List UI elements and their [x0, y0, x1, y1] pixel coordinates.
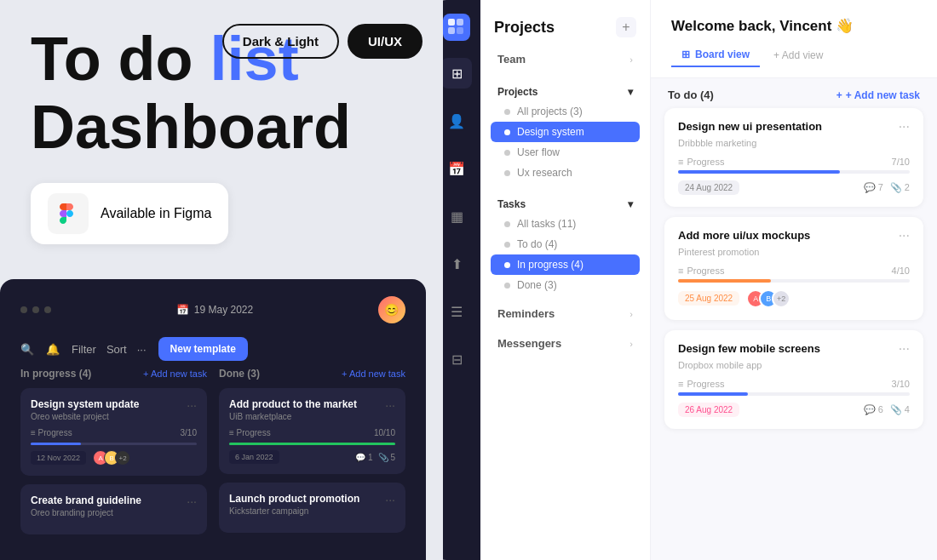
dark-card-1-title: Design system update [31, 398, 139, 410]
sidebar-item-calendar[interactable]: 📅 [441, 153, 472, 184]
nav-done[interactable]: Done (3) [491, 275, 640, 295]
sidebar-item-grid[interactable]: ⊞ [441, 58, 472, 89]
nav-ux-research-label: Ux research [517, 167, 572, 179]
progress-icon-2: ≡ [678, 266, 683, 276]
add-view-tab[interactable]: + Add view [763, 44, 833, 66]
nav-design-system[interactable]: Design system [491, 122, 640, 142]
figma-badge: Available in Figma [31, 183, 228, 244]
task-card-2-track [678, 279, 910, 283]
nav-all-tasks[interactable]: All tasks (11) [491, 214, 640, 234]
panel-actions: 🔍 🔔 Filter Sort ··· New template [20, 337, 405, 361]
nav-inprogress[interactable]: In progress (4) [491, 254, 640, 275]
nav-messengers-item[interactable]: Messengers › [491, 332, 640, 355]
dark-card-4-menu[interactable]: ··· [385, 493, 395, 506]
team-chevron-icon: › [629, 54, 633, 65]
projects-collapse-icon: ▾ [628, 86, 633, 98]
nav-projects-label: Projects [497, 86, 537, 98]
task-card-3-fill [678, 392, 748, 396]
add-task-button[interactable]: + + Add new task [836, 89, 920, 101]
dark-col-header-2: Done (3) + Add new task [219, 368, 405, 380]
dark-panel-header: 📅 19 May 2022 😊 [20, 296, 405, 323]
welcome-text: Welcome back, Vincent 👋 [671, 17, 917, 35]
ui-ux-tag[interactable]: UI/UX [348, 24, 423, 59]
more-icon[interactable]: ··· [137, 343, 147, 356]
dark-card-4-sub: Kickstarter campaign [229, 506, 395, 516]
board-icon: ⊞ [681, 49, 690, 60]
task-card-1-menu[interactable]: ··· [899, 120, 910, 134]
dark-card-3-menu[interactable]: ··· [385, 398, 395, 412]
board-view-label: Board view [695, 49, 750, 60]
dark-card-1-menu[interactable]: ··· [187, 398, 197, 412]
nav-ux-research[interactable]: Ux research [491, 163, 640, 183]
task-card-2-sub: Pinterest promotion [678, 247, 910, 257]
sidebar-logo[interactable] [443, 14, 470, 41]
sidebar-item-table[interactable]: ▦ [441, 201, 472, 231]
filter-label[interactable]: Filter [72, 343, 96, 356]
dark-card-1: Design system update ··· Oreo website pr… [20, 388, 207, 476]
dark-card-3-progress-val: 10/10 [374, 428, 395, 437]
dark-card-3-date: 6 Jan 2022 [229, 450, 279, 464]
task-card-1-date: 24 Aug 2022 [678, 180, 739, 195]
add-task-label: + Add new task [846, 89, 920, 101]
notification-icon-dark[interactable]: 🔔 [46, 343, 60, 356]
panel-dots [20, 306, 51, 313]
add-task-plus-icon: + [836, 89, 842, 101]
task-card-2: Add more ui/ux mockups ··· Pinterest pro… [664, 217, 923, 320]
new-template-button[interactable]: New template [158, 337, 248, 361]
svg-rect-3 [448, 27, 455, 34]
add-task-btn-dark-2[interactable]: + Add new task [342, 369, 405, 379]
task-card-2-menu[interactable]: ··· [899, 229, 910, 243]
nav-inprogress-label: In progress (4) [517, 259, 583, 271]
nav-team-item[interactable]: Team › [491, 48, 640, 71]
nav-all-tasks-label: All tasks (11) [517, 218, 576, 230]
task-card-1-footer: 24 Aug 2022 💬 7 📎 2 [678, 180, 910, 195]
task-card-1-sub: Dribbble marketing [678, 138, 910, 148]
dark-card-3: Add product to the market ··· UiB market… [219, 388, 405, 474]
dark-card-2-title: Create brand guideline [31, 494, 141, 506]
dark-card-1-avatars: A B +2 [93, 450, 130, 466]
dark-card-2-menu[interactable]: ··· [187, 494, 197, 508]
svg-rect-2 [457, 19, 463, 26]
nav-team-section: Team › [480, 48, 650, 77]
dark-light-tag[interactable]: Dark & Light [222, 24, 339, 59]
sidebar-item-user[interactable]: 👤 [441, 106, 472, 136]
svg-rect-1 [448, 19, 455, 26]
sidebar-item-upload[interactable]: ⬆ [441, 249, 472, 279]
nav-todo[interactable]: To do (4) [491, 234, 640, 254]
dark-col-done: Done (3) + Add new task Add product to t… [219, 368, 405, 543]
progress-val-1: 7/10 [892, 157, 910, 167]
sort-label[interactable]: Sort [106, 343, 127, 356]
dark-card-4: Launch product promotion ··· Kickstarter… [219, 483, 405, 533]
nav-reminders-item[interactable]: Reminders › [491, 302, 640, 325]
panel-date: 📅 19 May 2022 [176, 304, 253, 316]
nav-dot-inprogress [504, 262, 510, 268]
sidebar-item-menu[interactable]: ☰ [441, 296, 472, 327]
nav-messengers-section: Messengers › [480, 332, 650, 362]
sidebar-item-filter[interactable]: ⊟ [441, 344, 472, 374]
dark-card-3-icons: 💬 1 📎 5 [355, 453, 395, 462]
dark-col-header-1: In progress (4) + Add new task [20, 368, 207, 380]
task-card-2-footer: 25 Aug 2022 A B +2 [678, 289, 910, 308]
reminders-chevron-icon: › [629, 309, 633, 319]
nav-add-button[interactable]: + [616, 17, 636, 37]
nav-dot-all-tasks [504, 221, 510, 227]
left-section: Dark & Light UI/UX To do list Dashboard … [0, 0, 443, 560]
board-view-tab[interactable]: ⊞ Board view [671, 43, 760, 67]
nav-tasks-header[interactable]: Tasks ▾ [491, 190, 640, 214]
nav-user-flow[interactable]: User flow [491, 142, 640, 163]
search-icon-dark[interactable]: 🔍 [20, 343, 34, 356]
task-card-2-fill [678, 279, 771, 283]
tasks-collapse-icon: ▾ [628, 198, 633, 210]
nav-projects-header[interactable]: Projects ▾ [491, 77, 640, 101]
task-card-3-menu[interactable]: ··· [899, 342, 910, 356]
nav-title: Projects [494, 19, 555, 37]
nav-todo-label: To do (4) [517, 238, 557, 250]
dark-col-inprogress: In progress (4) + Add new task Design sy… [20, 368, 207, 543]
main-header: Welcome back, Vincent 👋 ⊞ Board view + A… [651, 0, 937, 78]
nav-all-projects[interactable]: All projects (3) [491, 101, 640, 122]
task-card-1-header: Design new ui presentation ··· [678, 120, 910, 134]
add-task-btn-dark-1[interactable]: + Add new task [143, 369, 207, 379]
dark-card-1-sub: Oreo website project [31, 412, 197, 421]
nav-dot-todo [504, 242, 510, 248]
svg-rect-4 [457, 27, 463, 34]
